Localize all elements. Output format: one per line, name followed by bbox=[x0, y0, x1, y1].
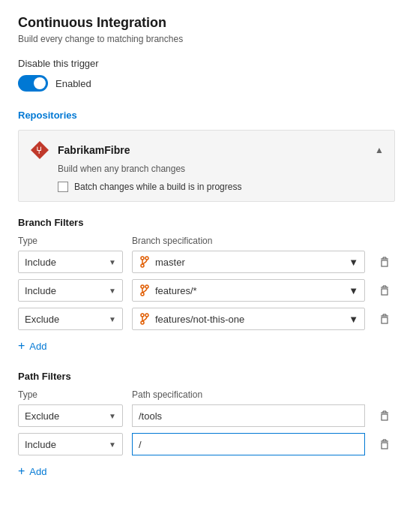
svg-rect-6 bbox=[382, 260, 388, 266]
page-subtitle: Build every change to matching branches bbox=[18, 34, 395, 44]
repo-icon: ⑂ bbox=[29, 140, 50, 161]
path-filters-title: Path Filters bbox=[18, 371, 395, 382]
branch-type-col-header: Type bbox=[18, 236, 123, 246]
trash-icon bbox=[379, 256, 391, 268]
path-filters-section: Path Filters Type Path specification Exc… bbox=[18, 371, 395, 481]
svg-point-22 bbox=[141, 321, 144, 324]
repo-name: FabrikamFibre bbox=[58, 144, 367, 156]
svg-point-21 bbox=[145, 314, 148, 317]
svg-point-11 bbox=[141, 285, 144, 288]
chevron-down-icon: ▼ bbox=[109, 258, 116, 266]
path-type-col-header: Type bbox=[18, 389, 123, 400]
page-title: Continuous Integration bbox=[18, 15, 395, 31]
add-branch-filter-button[interactable]: + Add bbox=[18, 336, 395, 356]
branch-spec-col-header: Branch specification bbox=[132, 236, 395, 246]
branch-filter-row: Include ▼ features/* ▼ bbox=[18, 279, 395, 302]
git-branch-icon bbox=[139, 256, 151, 268]
batch-changes-checkbox[interactable] bbox=[58, 182, 68, 192]
branch-type-dropdown-2[interactable]: Include ▼ bbox=[18, 279, 123, 302]
trash-icon bbox=[379, 410, 391, 422]
branch-type-value-2: Include bbox=[25, 285, 56, 296]
disable-trigger-label: Disable this trigger bbox=[18, 58, 395, 69]
toggle-state-label: Enabled bbox=[55, 78, 91, 89]
path-type-value-1: Exclude bbox=[25, 410, 59, 422]
repo-card: ⑂ FabrikamFibre ▲ Build when any branch … bbox=[18, 130, 395, 202]
svg-point-2 bbox=[141, 257, 144, 260]
branch-filters-section: Branch Filters Type Branch specification… bbox=[18, 217, 395, 356]
path-spec-input-1[interactable] bbox=[132, 404, 365, 427]
chevron-down-icon: ▼ bbox=[349, 314, 358, 325]
repositories-heading: Repositories bbox=[18, 110, 395, 121]
svg-text:⑂: ⑂ bbox=[36, 145, 42, 156]
svg-rect-34 bbox=[382, 443, 388, 449]
toggle-thumb bbox=[34, 77, 46, 89]
path-spec-input-2[interactable] bbox=[132, 433, 365, 455]
branch-type-value-1: Include bbox=[25, 257, 56, 268]
svg-rect-29 bbox=[382, 414, 388, 420]
trash-icon bbox=[379, 284, 391, 296]
delete-path-row-1-button[interactable] bbox=[374, 405, 395, 426]
repo-description: Build when any branch changes bbox=[58, 164, 384, 174]
path-type-value-2: Include bbox=[25, 439, 56, 450]
delete-branch-row-1-button[interactable] bbox=[374, 251, 395, 272]
batch-changes-label: Batch changes while a build is in progre… bbox=[74, 182, 241, 192]
enabled-toggle[interactable] bbox=[18, 75, 48, 92]
path-filter-row: Include ▼ bbox=[18, 433, 395, 455]
plus-icon: + bbox=[18, 339, 25, 353]
svg-point-3 bbox=[145, 257, 148, 260]
branch-spec-value-1: master bbox=[155, 257, 185, 268]
branch-filter-row: Exclude ▼ features/not-this-one ▼ bbox=[18, 308, 395, 330]
repo-collapse-button[interactable]: ▲ bbox=[375, 145, 384, 155]
add-branch-label: Add bbox=[29, 341, 46, 352]
chevron-down-icon: ▼ bbox=[349, 257, 358, 268]
chevron-down-icon: ▼ bbox=[349, 285, 358, 296]
svg-point-20 bbox=[141, 314, 144, 317]
svg-point-12 bbox=[145, 285, 148, 288]
branch-spec-dropdown-3[interactable]: features/not-this-one ▼ bbox=[132, 308, 365, 330]
add-path-filter-button[interactable]: + Add bbox=[18, 461, 395, 481]
branch-filter-row: Include ▼ master ▼ bbox=[18, 251, 395, 273]
delete-path-row-2-button[interactable] bbox=[374, 434, 395, 455]
svg-rect-24 bbox=[382, 317, 388, 323]
branch-type-value-3: Exclude bbox=[25, 314, 59, 325]
add-path-label: Add bbox=[29, 466, 46, 477]
branch-filters-title: Branch Filters bbox=[18, 217, 395, 228]
chevron-down-icon: ▼ bbox=[109, 287, 116, 295]
branch-type-dropdown-1[interactable]: Include ▼ bbox=[18, 251, 123, 273]
branch-spec-dropdown-2[interactable]: features/* ▼ bbox=[132, 279, 365, 302]
plus-icon: + bbox=[18, 464, 25, 478]
branch-type-dropdown-3[interactable]: Exclude ▼ bbox=[18, 308, 123, 330]
path-filter-row: Exclude ▼ bbox=[18, 404, 395, 427]
chevron-down-icon: ▼ bbox=[109, 412, 116, 420]
path-type-dropdown-2[interactable]: Include ▼ bbox=[18, 433, 123, 455]
git-branch-icon bbox=[139, 284, 151, 296]
git-branch-icon bbox=[139, 313, 151, 325]
trash-icon bbox=[379, 313, 391, 325]
branch-spec-value-2: features/* bbox=[155, 285, 197, 296]
svg-point-4 bbox=[141, 264, 144, 267]
svg-point-13 bbox=[141, 293, 144, 296]
chevron-down-icon: ▼ bbox=[109, 315, 116, 323]
delete-branch-row-3-button[interactable] bbox=[374, 308, 395, 329]
branch-spec-dropdown-1[interactable]: master ▼ bbox=[132, 251, 365, 273]
path-type-dropdown-1[interactable]: Exclude ▼ bbox=[18, 404, 123, 427]
delete-branch-row-2-button[interactable] bbox=[374, 280, 395, 301]
branch-spec-value-3: features/not-this-one bbox=[155, 314, 244, 325]
svg-rect-15 bbox=[382, 289, 388, 295]
chevron-down-icon: ▼ bbox=[109, 440, 116, 449]
path-spec-col-header: Path specification bbox=[132, 389, 395, 400]
trash-icon bbox=[379, 438, 391, 450]
